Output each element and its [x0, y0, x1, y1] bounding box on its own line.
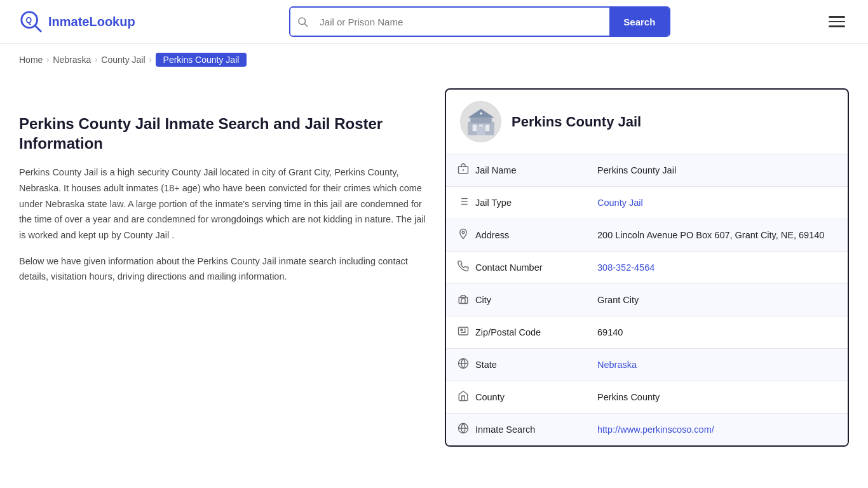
row-label-text: Address	[475, 230, 509, 240]
table-row: Contact Number308-352-4564	[446, 252, 848, 284]
breadcrumb-active: Perkins County Jail	[156, 53, 247, 67]
building-icon	[465, 106, 497, 138]
table-row: Jail NamePerkins County Jail	[446, 154, 848, 187]
row-label-text: City	[475, 295, 491, 305]
description-paragraph-1: Perkins County Jail is a high security C…	[19, 165, 426, 243]
left-column: Perkins County Jail Inmate Search and Ja…	[19, 88, 426, 447]
city-icon	[458, 293, 469, 307]
row-value-cell: 200 Lincoln Avenue PO Box 607, Grant Cit…	[586, 219, 848, 252]
label-inner: Contact Number	[458, 261, 574, 274]
label-inner: Inmate Search	[458, 423, 574, 437]
svg-rect-6	[470, 118, 491, 123]
info-table: Jail NamePerkins County JailJail TypeCou…	[446, 154, 848, 445]
inmate-search-icon	[458, 423, 469, 437]
label-inner: Zip/Postal Code	[458, 325, 574, 339]
label-inner: Jail Type	[458, 196, 574, 210]
breadcrumb-nebraska[interactable]: Nebraska	[53, 55, 91, 65]
row-label-cell: Inmate Search	[446, 414, 586, 446]
row-label-text: Jail Name	[475, 165, 516, 175]
label-inner: County	[458, 390, 574, 404]
svg-line-2	[36, 26, 41, 32]
search-input[interactable]	[315, 10, 609, 34]
label-inner: Address	[458, 228, 574, 242]
row-label-text: Inmate Search	[475, 424, 535, 435]
row-value-link[interactable]: Nebraska	[597, 360, 637, 370]
row-label-cell: Jail Name	[446, 154, 586, 187]
type-icon	[458, 196, 469, 210]
row-label-text: Zip/Postal Code	[475, 327, 541, 337]
hamburger-button[interactable]	[825, 12, 849, 31]
logo-text: InmateLookup	[48, 15, 135, 29]
svg-rect-10	[485, 125, 489, 131]
row-value-cell[interactable]: 308-352-4564	[586, 252, 848, 284]
jail-avatar	[460, 101, 501, 142]
svg-rect-8	[472, 125, 477, 131]
logo-link[interactable]: Q InmateLookup	[19, 10, 135, 34]
table-row: Address200 Lincoln Avenue PO Box 607, Gr…	[446, 219, 848, 252]
header: Q InmateLookup Search	[0, 0, 868, 44]
label-inner: City	[458, 293, 574, 307]
logo-suffix: Lookup	[89, 15, 135, 29]
row-label-text: Jail Type	[475, 198, 512, 208]
info-card-title: Perkins County Jail	[512, 114, 641, 130]
table-row: Inmate Searchhttp://www.perkinscoso.com/	[446, 414, 848, 446]
svg-rect-11	[477, 126, 485, 135]
search-button[interactable]: Search	[609, 8, 669, 36]
hamburger-line-3	[829, 25, 845, 27]
row-label-text: County	[475, 392, 505, 402]
chevron-icon-3: ›	[149, 55, 152, 64]
hamburger-line-2	[829, 21, 845, 23]
table-row: CountyPerkins County	[446, 381, 848, 414]
chevron-icon-1: ›	[46, 55, 49, 64]
search-wrapper: Search	[289, 6, 670, 37]
main-content: Perkins County Jail Inmate Search and Ja…	[0, 76, 868, 472]
label-inner: Jail Name	[458, 163, 574, 177]
phone-icon	[458, 261, 469, 274]
row-label-text: Contact Number	[475, 262, 543, 273]
search-icon	[297, 16, 308, 27]
svg-rect-23	[459, 327, 468, 335]
row-value-cell: Perkins County	[586, 381, 848, 414]
info-card: Perkins County Jail Jail NamePerkins Cou…	[445, 88, 849, 447]
svg-point-21	[462, 231, 465, 234]
breadcrumb-county-jail[interactable]: County Jail	[101, 55, 145, 65]
table-row: StateNebraska	[446, 349, 848, 381]
svg-text:Q: Q	[25, 16, 32, 25]
row-value-cell: Grant City	[586, 284, 848, 316]
row-value-cell[interactable]: Nebraska	[586, 349, 848, 381]
row-value-link[interactable]: http://www.perkinscoso.com/	[597, 424, 714, 435]
jail-icon	[458, 163, 469, 177]
search-area: Search	[289, 6, 670, 37]
label-inner: State	[458, 358, 574, 372]
row-value-cell[interactable]: County Jail	[586, 187, 848, 219]
row-label-cell: State	[446, 349, 586, 381]
right-column: Perkins County Jail Jail NamePerkins Cou…	[445, 88, 849, 447]
logo-icon: Q	[19, 10, 43, 34]
row-label-cell: Jail Type	[446, 187, 586, 219]
row-label-cell: Zip/Postal Code	[446, 316, 586, 349]
state-icon	[458, 358, 469, 372]
search-icon-wrap	[290, 8, 315, 36]
table-row: Zip/Postal Code69140	[446, 316, 848, 349]
row-label-cell: Address	[446, 219, 586, 252]
county-icon	[458, 390, 469, 404]
row-label-cell: County	[446, 381, 586, 414]
row-label-cell: City	[446, 284, 586, 316]
svg-rect-22	[459, 297, 468, 304]
table-row: CityGrant City	[446, 284, 848, 316]
page-title: Perkins County Jail Inmate Search and Ja…	[19, 114, 426, 153]
hamburger-line-1	[829, 16, 845, 18]
svg-point-12	[480, 112, 482, 114]
row-label-text: State	[475, 360, 497, 370]
logo-prefix: Inmate	[48, 15, 89, 29]
description-paragraph-2: Below we have given information about th…	[19, 254, 426, 285]
row-value-link[interactable]: 308-352-4564	[597, 262, 654, 273]
svg-line-4	[305, 24, 308, 26]
row-value-cell[interactable]: http://www.perkinscoso.com/	[586, 414, 848, 446]
table-row: Jail TypeCounty Jail	[446, 187, 848, 219]
breadcrumb-home[interactable]: Home	[19, 55, 43, 65]
row-value-cell: 69140	[586, 316, 848, 349]
chevron-icon-2: ›	[95, 55, 97, 64]
info-card-header: Perkins County Jail	[446, 90, 848, 154]
row-value-link[interactable]: County Jail	[597, 198, 643, 208]
